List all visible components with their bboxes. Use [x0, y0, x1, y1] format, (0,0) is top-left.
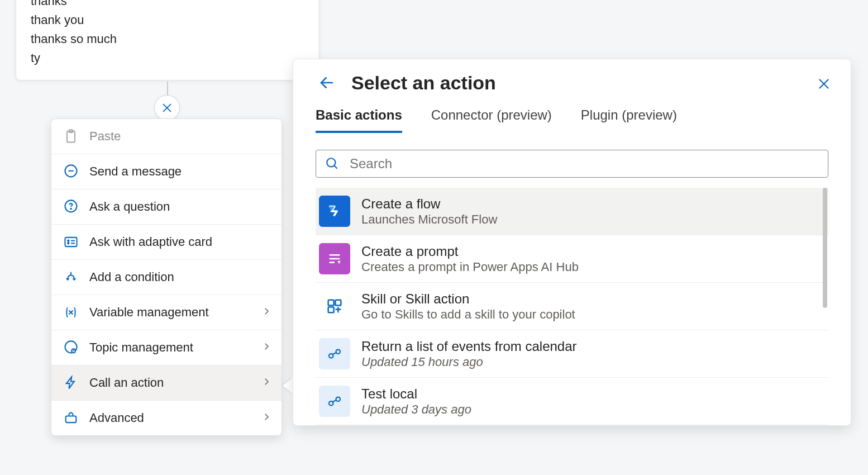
search-icon [325, 156, 340, 171]
close-add-node-button[interactable] [154, 95, 180, 121]
adaptive-card-icon [61, 234, 80, 250]
svg-point-32 [336, 350, 341, 354]
message-icon [61, 163, 80, 180]
svg-rect-8 [65, 238, 77, 246]
topic-icon [61, 339, 80, 356]
skill-icon [319, 291, 350, 322]
chevron-right-icon [261, 411, 271, 425]
tab-basic-actions[interactable]: Basic actions [316, 107, 402, 133]
chevron-right-icon [261, 376, 271, 390]
phrase-item: ty [31, 49, 304, 68]
svg-point-21 [327, 158, 335, 167]
action-list: Create a flow Launches Microsoft Flow Cr… [316, 188, 828, 425]
svg-rect-27 [335, 300, 341, 306]
menu-item-call-action[interactable]: Call an action [51, 365, 282, 401]
svg-point-9 [68, 240, 69, 241]
action-title: Return a list of events from calendar [361, 338, 577, 355]
menu-label: Ask a question [89, 200, 170, 214]
clipboard-icon [61, 128, 80, 145]
tab-connector[interactable]: Connector (preview) [431, 107, 552, 133]
menu-item-add-condition[interactable]: Add a condition [51, 260, 282, 295]
menu-item-variable-management[interactable]: Variable management [51, 295, 282, 330]
menu-item-send-message[interactable]: Send a message [51, 154, 282, 189]
scrollbar-thumb[interactable] [823, 188, 827, 308]
branch-icon [61, 269, 80, 286]
action-subtitle: Updated 3 days ago [361, 402, 471, 417]
action-subtitle: Creates a prompt in Power Apps AI Hub [361, 260, 579, 274]
close-icon [161, 102, 173, 114]
action-item-skill[interactable]: Skill or Skill action Go to Skills to ad… [316, 283, 828, 330]
action-title: Test local [361, 386, 471, 402]
node-context-menu: Paste Send a message Ask a question [51, 118, 282, 436]
cloud-flow-icon [319, 386, 350, 417]
lightning-icon [61, 374, 80, 391]
svg-rect-28 [328, 307, 334, 312]
menu-label: Ask with adaptive card [89, 235, 212, 249]
menu-item-topic-management[interactable]: Topic management [51, 330, 282, 365]
question-icon [61, 198, 80, 215]
back-button[interactable] [316, 72, 338, 94]
phrase-item: thank you [31, 11, 304, 30]
action-item-test-local[interactable]: Test local Updated 3 days ago [316, 378, 828, 425]
menu-label: Advanced [89, 411, 144, 425]
svg-point-7 [70, 208, 71, 210]
panel-header: Select an action [316, 72, 828, 94]
menu-label: Topic management [89, 340, 193, 355]
panel-title: Select an action [351, 72, 496, 94]
panel-tabs: Basic actions Connector (preview) Plugin… [316, 107, 828, 133]
toolbox-icon [61, 410, 80, 426]
phrase-item: thanks so much [31, 30, 304, 49]
action-title: Skill or Skill action [361, 291, 575, 307]
prompt-icon [319, 243, 350, 274]
action-subtitle: Go to Skills to add a skill to your copi… [361, 307, 575, 322]
menu-item-paste[interactable]: Paste [51, 119, 282, 154]
menu-label: Paste [89, 129, 121, 144]
menu-item-advanced[interactable]: Advanced [51, 401, 282, 435]
action-subtitle: Launches Microsoft Flow [361, 212, 497, 227]
chevron-right-icon [261, 340, 271, 355]
action-title: Create a flow [361, 196, 497, 212]
menu-label: Send a message [89, 164, 182, 179]
svg-point-11 [68, 243, 69, 244]
action-subtitle: Updated 15 hours ago [361, 355, 577, 369]
search-input[interactable] [350, 156, 819, 172]
select-action-panel: Select an action Basic actions Connector… [293, 59, 851, 426]
close-icon [817, 77, 831, 91]
svg-point-34 [336, 397, 341, 402]
flyout-pointer [283, 378, 293, 393]
action-item-create-flow[interactable]: Create a flow Launches Microsoft Flow [316, 188, 828, 235]
menu-item-ask-question[interactable]: Ask a question [51, 189, 282, 225]
flow-icon [319, 196, 350, 227]
variable-icon [61, 304, 80, 321]
menu-item-ask-adaptive[interactable]: Ask with adaptive card [51, 225, 282, 260]
svg-rect-17 [66, 416, 77, 423]
arrow-left-icon [318, 74, 335, 91]
action-item-create-prompt[interactable]: Create a prompt Creates a prompt in Powe… [316, 235, 828, 283]
close-panel-button[interactable] [814, 74, 834, 94]
svg-rect-26 [328, 300, 334, 306]
menu-label: Call an action [89, 376, 164, 390]
chevron-right-icon [261, 305, 271, 320]
tab-plugin[interactable]: Plugin (preview) [581, 107, 677, 133]
menu-label: Variable management [89, 305, 209, 320]
phrase-item: thanks [31, 0, 304, 11]
trigger-phrases-card: thanks thank you thanks so much ty [16, 0, 319, 80]
action-item-calendar-events[interactable]: Return a list of events from calendar Up… [316, 330, 828, 378]
action-title: Create a prompt [361, 243, 579, 260]
menu-label: Add a condition [89, 270, 174, 284]
cloud-flow-icon [319, 338, 350, 369]
search-box[interactable] [316, 150, 828, 178]
svg-line-22 [334, 165, 337, 168]
